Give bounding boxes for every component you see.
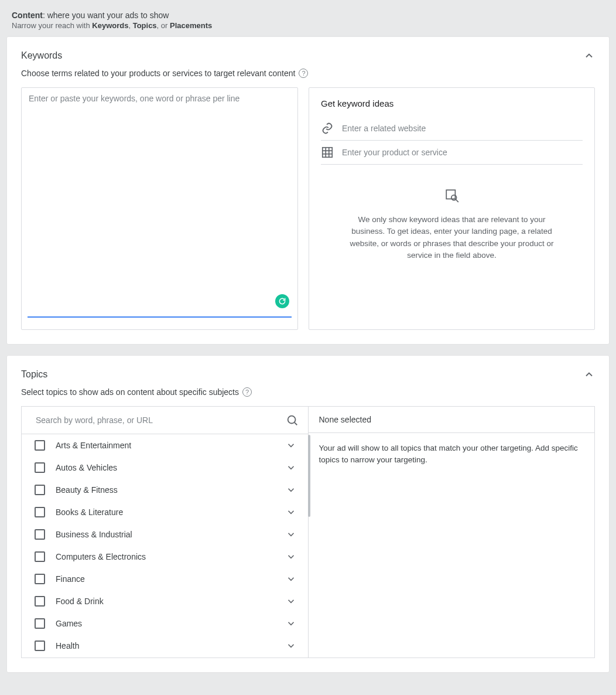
checkbox[interactable] [35, 462, 45, 473]
chevron-down-icon[interactable] [286, 485, 296, 495]
link-icon [321, 122, 334, 135]
help-icon[interactable]: ? [299, 69, 308, 78]
topic-row[interactable]: Food & Drink [22, 590, 308, 612]
topics-browse-panel: Arts & EntertainmentAutos & VehiclesBeau… [21, 406, 308, 658]
topics-card: Topics Select topics to show ads on cont… [7, 356, 609, 672]
checkbox[interactable] [35, 440, 45, 451]
help-icon[interactable]: ? [242, 387, 252, 397]
topic-label: Autos & Vehicles [56, 463, 275, 472]
keywords-textarea-box [21, 87, 298, 330]
scrollbar-thumb[interactable] [308, 435, 310, 517]
keywords-textarea[interactable] [29, 94, 290, 305]
chevron-down-icon[interactable] [286, 618, 296, 629]
topic-row[interactable]: Business & Industrial [22, 523, 308, 546]
topics-search-row [22, 407, 308, 434]
topic-label: Arts & Entertainment [56, 441, 275, 450]
chevron-up-icon[interactable] [583, 50, 595, 62]
svg-point-8 [288, 416, 295, 424]
topic-row[interactable]: Autos & Vehicles [22, 456, 308, 479]
topic-row[interactable]: Finance [22, 568, 308, 590]
keyword-ideas-title: Get keyword ideas [321, 98, 583, 108]
svg-rect-0 [323, 148, 333, 158]
keywords-subtitle: Choose terms related to your products or… [21, 69, 295, 78]
related-website-input[interactable] [342, 124, 583, 133]
checkbox[interactable] [35, 551, 45, 562]
svg-line-9 [295, 423, 297, 425]
related-website-row [321, 117, 583, 141]
keywords-card-header[interactable]: Keywords [7, 37, 609, 66]
topic-list[interactable]: Arts & EntertainmentAutos & VehiclesBeau… [22, 434, 308, 657]
none-selected-body: Your ad will show to all topics that mat… [309, 433, 595, 476]
topic-row[interactable]: Computers & Electronics [22, 546, 308, 568]
checkbox[interactable] [35, 485, 45, 495]
chevron-down-icon[interactable] [286, 440, 296, 451]
topics-card-header[interactable]: Topics [7, 356, 609, 385]
checkbox[interactable] [35, 529, 45, 540]
topics-subtitle: Select topics to show ads on content abo… [21, 387, 239, 397]
topic-label: Beauty & Fitness [56, 485, 275, 495]
svg-rect-5 [446, 190, 455, 199]
textarea-focus-underline [28, 316, 292, 318]
topic-label: Finance [56, 574, 275, 584]
keywords-title: Keywords [21, 50, 62, 61]
chevron-down-icon[interactable] [286, 596, 296, 607]
topics-selected-panel: None selected Your ad will show to all t… [308, 406, 596, 658]
grammarly-icon[interactable] [275, 294, 289, 308]
checkbox[interactable] [35, 596, 45, 607]
product-service-row [321, 141, 583, 165]
header-line-1: Content: where you want your ads to show [12, 11, 604, 20]
header-line-2: Narrow your reach with Keywords, Topics,… [12, 21, 604, 30]
topic-label: Computers & Electronics [56, 552, 275, 561]
chevron-down-icon[interactable] [286, 507, 296, 517]
keyword-ideas-box: Get keyword ideas We only show keyword i… [309, 87, 595, 330]
chevron-up-icon[interactable] [583, 369, 595, 380]
topic-row[interactable]: Arts & Entertainment [22, 434, 308, 456]
topic-label: Food & Drink [56, 597, 275, 606]
chevron-down-icon[interactable] [286, 641, 296, 651]
topic-label: Business & Industrial [56, 530, 275, 539]
svg-line-7 [456, 200, 458, 202]
topic-row[interactable]: Health [22, 635, 308, 657]
checkbox[interactable] [35, 641, 45, 651]
checkbox[interactable] [35, 574, 45, 584]
product-service-input[interactable] [342, 148, 583, 157]
topic-row[interactable]: Games [22, 612, 308, 635]
ideas-empty-state: We only show keyword ideas that are rele… [321, 188, 583, 261]
topics-title: Topics [21, 369, 47, 380]
topic-label: Health [56, 641, 275, 650]
page-header: Content: where you want your ads to show… [0, 0, 616, 37]
topic-label: Books & Literature [56, 507, 275, 517]
grid-icon [321, 146, 334, 159]
header-content-bold: Content [12, 11, 43, 20]
chevron-down-icon[interactable] [286, 529, 296, 540]
page-search-icon [344, 188, 559, 203]
topic-row[interactable]: Beauty & Fitness [22, 479, 308, 501]
checkbox[interactable] [35, 618, 45, 629]
keywords-card: Keywords Choose terms related to your pr… [7, 37, 609, 344]
keywords-subtitle-row: Choose terms related to your products or… [7, 66, 609, 87]
topics-subtitle-row: Select topics to show ads on content abo… [7, 385, 609, 406]
search-icon[interactable] [286, 414, 299, 427]
topic-label: Games [56, 619, 275, 628]
chevron-down-icon[interactable] [286, 462, 296, 473]
none-selected-header: None selected [309, 407, 595, 433]
topic-row[interactable]: Books & Literature [22, 501, 308, 523]
checkbox[interactable] [35, 507, 45, 517]
topics-search-input[interactable] [36, 415, 286, 425]
chevron-down-icon[interactable] [286, 551, 296, 562]
chevron-down-icon[interactable] [286, 574, 296, 584]
ideas-empty-text: We only show keyword ideas that are rele… [344, 214, 559, 261]
